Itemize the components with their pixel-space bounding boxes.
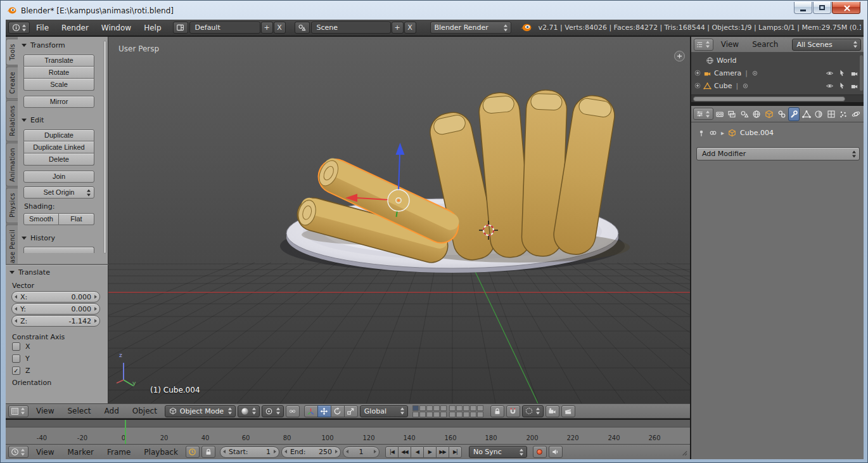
layer-toggle[interactable] (433, 412, 440, 417)
constraint-y-checkbox[interactable] (12, 355, 20, 363)
join-button[interactable]: Join (23, 171, 94, 183)
layer-toggle[interactable] (463, 405, 469, 411)
start-frame-field[interactable]: Start:1 (220, 447, 279, 458)
vector-y-field[interactable]: Y:0.000 (11, 303, 100, 315)
minimize-button[interactable] (794, 2, 812, 14)
add-modifier-dropdown[interactable]: Add Modifier (696, 147, 860, 160)
resize-grip-icon[interactable] (679, 448, 687, 456)
tool-tab-tools[interactable]: Tools (6, 39, 18, 65)
visibility-eye-icon[interactable] (826, 69, 834, 77)
datablock-link-icon[interactable] (709, 129, 717, 137)
transform-orientation-dropdown[interactable]: Global (360, 405, 408, 417)
timeline-editor-type-button[interactable] (8, 446, 29, 458)
layer-toggle[interactable] (449, 405, 456, 411)
tab-object[interactable] (763, 107, 775, 121)
layer-toggle[interactable] (412, 412, 419, 417)
preview-range-button[interactable] (186, 446, 200, 458)
render-engine-dropdown[interactable]: Blender Render (430, 22, 511, 34)
menu-object[interactable]: Object (127, 407, 163, 415)
visibility-eye-icon[interactable] (826, 82, 834, 90)
jump-to-start-button[interactable]: |◀ (385, 447, 399, 458)
shade-flat-button[interactable]: Flat (59, 213, 94, 225)
viewport-shading-dropdown[interactable] (238, 405, 260, 417)
layer-toggle[interactable] (426, 405, 433, 411)
panel-header-history[interactable]: History (18, 233, 108, 244)
history-partial-button[interactable] (23, 247, 94, 253)
tab-object-data[interactable] (800, 107, 812, 121)
layer-toggle[interactable] (440, 405, 447, 411)
tab-modifiers[interactable] (788, 107, 800, 121)
outliner-row-cube[interactable]: Cube | (691, 79, 864, 92)
tab-physics[interactable] (850, 107, 862, 121)
maximize-button[interactable] (813, 2, 831, 14)
translate-manipulator-button[interactable] (317, 405, 331, 417)
tab-render-layers[interactable] (726, 107, 738, 121)
tab-render[interactable] (714, 107, 726, 121)
scene-icon-button[interactable] (295, 22, 310, 34)
delete-button[interactable]: Delete (23, 153, 94, 166)
viewport-3d[interactable]: User Persp (1) Cube.004 z y (108, 37, 690, 403)
scale-manipulator-button[interactable] (344, 405, 358, 417)
scrollbar-thumb[interactable] (693, 96, 845, 101)
add-scene-button[interactable]: + (392, 22, 404, 34)
tab-texture[interactable] (825, 107, 837, 121)
viewport-canvas[interactable] (108, 37, 690, 403)
layer-toggle[interactable] (477, 412, 483, 417)
manipulator-z-arrow[interactable] (396, 143, 405, 155)
outliner-horizontal-scrollbar[interactable] (691, 95, 864, 102)
mode-dropdown[interactable]: Object Mode (165, 405, 236, 417)
outliner-row-camera[interactable]: Camera | (691, 67, 864, 79)
layer-toggle[interactable] (470, 405, 476, 411)
menu-marker[interactable]: Marker (61, 448, 99, 457)
panel-header-edit[interactable]: Edit (18, 115, 108, 126)
timeline-ruler[interactable]: -40 -20 0 20 40 60 80 100 120 140 160 18… (6, 427, 690, 444)
snap-toggle-button[interactable] (506, 405, 520, 417)
current-frame-field[interactable]: 1 (343, 447, 380, 458)
outliner-row-world[interactable]: World (691, 54, 864, 67)
tool-tab-animation[interactable]: Animation (6, 143, 18, 187)
menu-playback[interactable]: Playback (138, 448, 184, 457)
tool-tab-create[interactable]: Create (6, 67, 18, 99)
duplicate-button[interactable]: Duplicate (23, 129, 94, 141)
screen-layout-icon-button[interactable] (173, 22, 188, 34)
menu-add[interactable]: Add (99, 407, 125, 415)
tool-tab-relations[interactable]: Relations (6, 100, 18, 141)
layer-toggle[interactable] (419, 405, 426, 411)
outliner-filter-dropdown[interactable]: All Scenes (792, 39, 861, 51)
manipulate-center-points-toggle[interactable] (286, 405, 300, 417)
previous-keyframe-button[interactable]: ◀◀ (398, 447, 411, 458)
layer-toggle[interactable] (477, 405, 483, 411)
layer-toggle[interactable] (440, 412, 447, 417)
expand-plus-icon[interactable] (694, 82, 701, 89)
expand-plus-icon[interactable] (694, 70, 701, 76)
record-button[interactable] (533, 446, 547, 458)
tab-scene[interactable] (739, 107, 751, 121)
layer-toggle[interactable] (463, 412, 469, 417)
layer-toggle[interactable] (426, 412, 433, 417)
screen-layout-field[interactable]: Default (189, 22, 260, 34)
tool-shelf-scrollbar[interactable] (103, 41, 106, 254)
layer-toggle[interactable] (449, 412, 456, 417)
pivot-point-dropdown[interactable] (262, 405, 284, 417)
menu-window[interactable]: Window (95, 23, 137, 32)
delete-layout-button[interactable]: X (274, 22, 286, 34)
opengl-render-image-button[interactable] (546, 405, 559, 417)
properties-editor-type-button[interactable] (693, 108, 713, 120)
menu-view[interactable]: View (30, 407, 60, 415)
breadcrumb-object-name[interactable]: Cube.004 (740, 129, 774, 137)
constraint-z-checkbox[interactable]: ✓ (12, 367, 20, 375)
info-editor-type-button[interactable] (8, 22, 30, 34)
outliner-editor-type-button[interactable] (694, 39, 713, 51)
pin-icon[interactable] (698, 129, 705, 137)
snap-element-dropdown[interactable] (522, 405, 544, 417)
layer-toggle[interactable] (412, 405, 419, 411)
delete-scene-button[interactable]: X (404, 22, 416, 34)
next-keyframe-button[interactable]: ▶▶ (436, 447, 449, 458)
layer-toggle[interactable] (470, 412, 476, 417)
layer-toggle[interactable] (456, 412, 463, 417)
rotate-button[interactable]: Rotate (23, 67, 94, 79)
jump-to-end-button[interactable]: ▶| (449, 447, 462, 458)
outliner-vertical-scrollbar[interactable] (860, 55, 863, 91)
end-frame-field[interactable]: End:250 (281, 447, 341, 458)
audio-sync-button[interactable] (549, 446, 563, 458)
